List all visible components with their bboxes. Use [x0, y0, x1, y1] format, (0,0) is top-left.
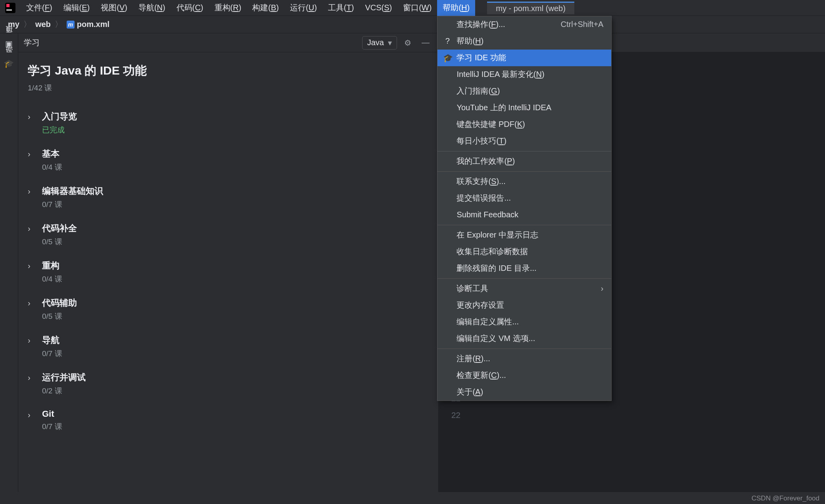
chevron-right-icon: ›	[28, 112, 31, 121]
minimize-icon[interactable]: —	[418, 38, 433, 47]
menu-item-icon: ?	[443, 36, 452, 46]
help-item[interactable]: IntelliJ IDEA 最新变化(N)	[437, 66, 611, 83]
app-logo-icon	[2, 0, 18, 16]
learn-tab-label[interactable]: 学习	[24, 37, 358, 48]
chevron-down-icon: ▾	[388, 38, 392, 48]
help-item[interactable]: 查找操作(F)...Ctrl+Shift+A	[437, 16, 611, 33]
menu-构建[interactable]: 构建(B)	[247, 0, 284, 16]
help-dropdown: 查找操作(F)...Ctrl+Shift+A?帮助(H)🎓学习 IDE 功能In…	[437, 16, 612, 401]
help-item[interactable]: 更改内存设置	[437, 297, 611, 314]
menu-编辑[interactable]: 编辑(E)	[58, 0, 96, 16]
help-item[interactable]: 注册(R)...	[437, 351, 611, 367]
menu-运行[interactable]: 运行(U)	[284, 0, 322, 16]
lesson-item[interactable]: › 导航0/7 课	[28, 329, 429, 366]
help-item[interactable]: 我的工作效率(P)	[437, 153, 611, 170]
graduation-cap-icon: 🎓	[5, 59, 13, 67]
learn-heading: 学习 Java 的 IDE 功能	[28, 63, 429, 79]
menu-代码[interactable]: 代码(C)	[171, 0, 209, 16]
breadcrumb-root[interactable]: my	[8, 20, 19, 29]
lesson-item[interactable]: › 代码辅助0/5 课	[28, 291, 429, 329]
chevron-right-icon: ›	[28, 410, 31, 420]
help-item[interactable]: 联系支持(S)...	[437, 173, 611, 190]
left-tool-strip: 项目 ▣ 学习 🎓	[0, 33, 18, 492]
help-item[interactable]: 在 Explorer 中显示日志	[437, 227, 611, 243]
lesson-item[interactable]: › 基本0/4 课	[28, 142, 429, 180]
tool-learn[interactable]: 学习 🎓	[4, 58, 14, 67]
help-item[interactable]: Submit Feedback	[437, 207, 611, 223]
help-item[interactable]: 诊断工具›	[437, 280, 611, 297]
menu-vcs[interactable]: VCS(S)	[359, 0, 397, 16]
maven-icon: m	[67, 21, 75, 29]
chevron-right-icon: ›	[28, 336, 31, 345]
chevron-right-icon: ›	[28, 149, 31, 159]
help-item[interactable]: 关于(A)	[437, 384, 611, 401]
help-item[interactable]: ?帮助(H)	[437, 33, 611, 50]
help-item[interactable]: 编辑自定义 VM 选项...	[437, 330, 611, 347]
menu-bar: 文件(F)编辑(E)视图(V)导航(N)代码(C)重构(R)构建(B)运行(U)…	[0, 0, 825, 16]
svg-rect-1	[6, 4, 10, 7]
learn-panel: 学习 Java ▾ ⚙ — 学习 Java 的 IDE 功能 1/42 课 › …	[18, 33, 439, 492]
svg-rect-2	[6, 10, 12, 11]
breadcrumb-file[interactable]: pom.xml	[77, 20, 109, 29]
menu-导航[interactable]: 导航(N)	[133, 0, 171, 16]
breadcrumb-module[interactable]: web	[35, 20, 51, 29]
help-item[interactable]: 检查更新(C)...	[437, 367, 611, 384]
chevron-right-icon: ›	[28, 373, 31, 382]
lesson-item[interactable]: › 代码补全0/5 课	[28, 217, 429, 254]
lesson-item[interactable]: › Git0/7 课	[28, 403, 429, 439]
menu-重构[interactable]: 重构(R)	[209, 0, 247, 16]
tool-project[interactable]: 项目 ▣	[4, 38, 14, 48]
chevron-right-icon: ›	[28, 187, 31, 196]
menu-窗口[interactable]: 窗口(W)	[397, 0, 437, 16]
help-item[interactable]: 收集日志和诊断数据	[437, 243, 611, 260]
chevron-right-icon: ›	[28, 261, 31, 270]
chevron-right-icon: 〉	[55, 19, 63, 30]
help-item[interactable]: 🎓学习 IDE 功能	[437, 50, 611, 66]
title-tab[interactable]: my - pom.xml (web)	[487, 2, 574, 14]
help-item[interactable]: 每日小技巧(T)	[437, 133, 611, 149]
help-item[interactable]: 编辑自定义属性...	[437, 314, 611, 330]
menu-文件[interactable]: 文件(F)	[21, 0, 58, 16]
learn-progress-total: 1/42 课	[28, 83, 429, 93]
menu-帮助[interactable]: 帮助(H)查找操作(F)...Ctrl+Shift+A?帮助(H)🎓学习 IDE…	[437, 0, 475, 16]
language-selector[interactable]: Java ▾	[362, 36, 397, 50]
menu-视图[interactable]: 视图(V)	[95, 0, 133, 16]
lesson-item[interactable]: › 重构0/4 课	[28, 254, 429, 291]
menu-item-icon: 🎓	[443, 53, 452, 63]
folder-icon: ▣	[5, 40, 13, 48]
gear-icon[interactable]: ⚙	[401, 38, 414, 48]
chevron-right-icon: ›	[28, 299, 31, 308]
help-item[interactable]: 入门指南(G)	[437, 83, 611, 100]
watermark: CSDN @Forever_food	[752, 494, 819, 502]
help-item[interactable]: 键盘快捷键 PDF(K)	[437, 116, 611, 133]
breadcrumb-row: my 〉 web 〉 m pom.xml	[0, 16, 825, 33]
lesson-item[interactable]: › 运行并调试0/2 课	[28, 366, 429, 403]
help-item[interactable]: 删除残留的 IDE 目录...	[437, 260, 611, 277]
lesson-item[interactable]: › 编辑器基础知识0/7 课	[28, 180, 429, 217]
chevron-right-icon: ›	[28, 224, 31, 233]
menu-工具[interactable]: 工具(T)	[322, 0, 360, 16]
help-item[interactable]: YouTube 上的 IntelliJ IDEA	[437, 100, 611, 116]
chevron-right-icon: 〉	[23, 19, 31, 30]
lesson-item[interactable]: › 入门导览已完成	[28, 105, 429, 142]
chevron-right-icon: ›	[601, 284, 604, 293]
help-item[interactable]: 提交错误报告...	[437, 190, 611, 207]
